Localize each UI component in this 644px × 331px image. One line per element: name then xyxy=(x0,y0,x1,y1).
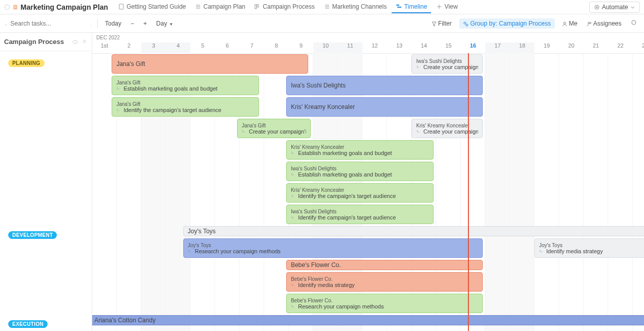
task-bar[interactable]: Jana's GiftCreate your campaign's m... xyxy=(237,119,311,138)
task-bar[interactable]: Bebe's Flower Co. xyxy=(286,260,483,270)
task-bar-subtitle: Research your campaign methods xyxy=(188,248,479,254)
day-header-cell: 4 xyxy=(166,42,190,53)
subtask-icon xyxy=(416,129,421,134)
timeline-row: Kris' Kreamy KoncealerEstablish marketin… xyxy=(92,139,644,161)
task-bar[interactable]: Kris' Kreamy KoncealerCreate your campai… xyxy=(412,119,483,138)
task-bar[interactable]: Bebe's Flower Co.Identify media strategy xyxy=(286,272,483,292)
subtask-icon xyxy=(291,193,296,198)
timeline-icon xyxy=(396,4,402,10)
chevron-down-icon[interactable] xyxy=(90,21,92,26)
svg-line-20 xyxy=(7,25,7,26)
tab-label: Getting Started Guide xyxy=(126,3,186,10)
timeline-row: Joy's Toys xyxy=(92,225,644,237)
tab-label: Campaign Plan xyxy=(203,3,245,10)
task-bar-title: Iwa's Sushi Delights xyxy=(291,166,429,171)
day-header-cell: 9 xyxy=(289,42,313,53)
task-bar[interactable]: Jana's GiftIdentify the campaign's targe… xyxy=(112,97,259,117)
task-bar-subtitle: Identify the campaign's target audience xyxy=(291,193,429,199)
task-bar-title: Joy's Toys xyxy=(539,242,644,248)
task-bar-subtitle: Iwa's Sushi Delights xyxy=(291,82,478,89)
day-header-cell: 1st xyxy=(92,42,117,53)
tab-campaign-plan[interactable]: Campaign Plan xyxy=(191,1,249,13)
timeline-row: Iwa's Sushi DelightsEstablish marketing … xyxy=(92,161,644,182)
task-bar[interactable]: Kris' Kreamy KoncealerIdentify the campa… xyxy=(286,183,434,203)
day-header-cell: 18 xyxy=(510,42,534,53)
task-bar[interactable]: Joy's ToysResearch your campaign methods xyxy=(183,238,483,258)
day-header-cell: 3 xyxy=(141,42,166,53)
subtask-icon xyxy=(116,86,121,91)
assignees-button[interactable]: Assignees xyxy=(585,19,624,28)
list-icon xyxy=(195,4,201,10)
svg-rect-4 xyxy=(119,4,123,9)
task-bar-subtitle: Ariana's Cotton Candy xyxy=(94,317,644,324)
task-bar[interactable]: Bebe's Flower Co.Research your campaign … xyxy=(286,294,483,313)
tab-add-view[interactable]: View xyxy=(432,1,462,13)
timeline[interactable]: DEC 2022 1st2345678910111213141516171819… xyxy=(92,33,644,331)
list-icon xyxy=(324,4,330,10)
timeline-row: Jana's GiftEstablish marketing goals and… xyxy=(92,75,644,96)
group-label-development[interactable]: DEVELOPMENT xyxy=(8,231,57,239)
search-input[interactable] xyxy=(10,20,87,27)
me-button[interactable]: Me xyxy=(560,19,579,28)
task-bar-subtitle: Establish marketing goals and budget xyxy=(291,150,429,156)
task-bar[interactable]: Ariana's Cotton Candy xyxy=(92,315,644,325)
tab-campaign-process[interactable]: Campaign Process xyxy=(250,1,318,13)
settings-icon[interactable] xyxy=(629,18,639,28)
filter-button[interactable]: Filter xyxy=(430,19,454,28)
automate-button[interactable]: Automate xyxy=(589,2,640,13)
topbar: Marketing Campaign Plan Getting Started … xyxy=(0,0,644,14)
day-header-cell: 14 xyxy=(412,42,436,53)
automate-label: Automate xyxy=(602,4,628,11)
me-label: Me xyxy=(569,20,577,27)
timeline-month: DEC 2022 xyxy=(92,33,644,42)
task-bar[interactable]: Jana's GiftEstablish marketing goals and… xyxy=(112,76,259,95)
task-bar-subtitle: Identify media strategy xyxy=(539,248,644,254)
day-header-cell: 7 xyxy=(240,42,264,53)
task-bar[interactable]: Joy's ToysIdentify media strategy xyxy=(534,238,644,258)
task-bar-title: Jana's Gift xyxy=(242,123,306,128)
timeline-row: Iwa's Sushi DelightsIdentify the campaig… xyxy=(92,204,644,225)
task-bar-subtitle: Jana's Gift xyxy=(116,60,304,68)
subtask-icon xyxy=(291,215,296,220)
svg-point-25 xyxy=(589,23,591,24)
hide-icon[interactable] xyxy=(72,39,78,45)
task-bar[interactable]: Iwa's Sushi DelightsEstablish marketing … xyxy=(286,162,434,181)
day-header-cell: 22 xyxy=(608,42,633,53)
task-bar[interactable]: Joy's Toys xyxy=(183,226,644,236)
task-bar-title: Iwa's Sushi Delights xyxy=(291,209,429,214)
task-bar[interactable]: Jana's Gift xyxy=(112,54,308,74)
scale-selector[interactable]: Day ▾ xyxy=(154,19,175,28)
group-label-execution[interactable]: EXECUTION xyxy=(8,320,48,328)
search-box[interactable] xyxy=(5,20,92,27)
day-header-cell: 17 xyxy=(485,42,510,53)
task-bar-subtitle: Kris' Kreamy Koncealer xyxy=(291,103,478,111)
tab-timeline[interactable]: Timeline xyxy=(392,1,431,13)
collapse-icon[interactable] xyxy=(81,39,88,45)
day-header-cell: 16 xyxy=(461,42,485,53)
day-header-cell: 23 xyxy=(633,42,644,53)
task-bar[interactable]: Kris' Kreamy KoncealerEstablish marketin… xyxy=(286,140,434,160)
day-header-cell: 15 xyxy=(436,42,461,53)
board-icon xyxy=(254,4,261,10)
task-bar[interactable]: Kris' Kreamy Koncealer xyxy=(286,97,483,117)
group-by-button[interactable]: Group by: Campaign Process xyxy=(459,18,555,29)
task-bar-subtitle: Identify media strategy xyxy=(291,282,478,288)
chevron-down-icon xyxy=(630,5,635,10)
task-bar[interactable]: Iwa's Sushi DelightsCreate your campaign… xyxy=(412,54,483,74)
tab-marketing-channels[interactable]: Marketing Channels xyxy=(320,1,391,13)
tab-label: Timeline xyxy=(404,3,427,10)
today-button[interactable]: Today xyxy=(103,19,123,28)
filter-icon xyxy=(432,21,437,26)
task-bar[interactable]: Iwa's Sushi Delights xyxy=(286,76,483,95)
zoom-out-button[interactable]: − xyxy=(128,19,136,28)
group-label-planning[interactable]: PLANNING xyxy=(8,59,45,67)
subtask-icon xyxy=(116,107,121,113)
doc-icon xyxy=(118,4,124,10)
timeline-row: Joy's ToysResearch your campaign methods… xyxy=(92,237,644,259)
task-bar[interactable]: Iwa's Sushi DelightsIdentify the campaig… xyxy=(286,205,434,224)
tab-getting-started[interactable]: Getting Started Guide xyxy=(114,1,190,13)
task-bar-subtitle: Establish marketing goals and budget xyxy=(116,85,254,92)
app-menu-icon[interactable] xyxy=(4,4,10,10)
zoom-in-button[interactable]: + xyxy=(141,19,149,28)
tab-label: View xyxy=(444,3,458,10)
